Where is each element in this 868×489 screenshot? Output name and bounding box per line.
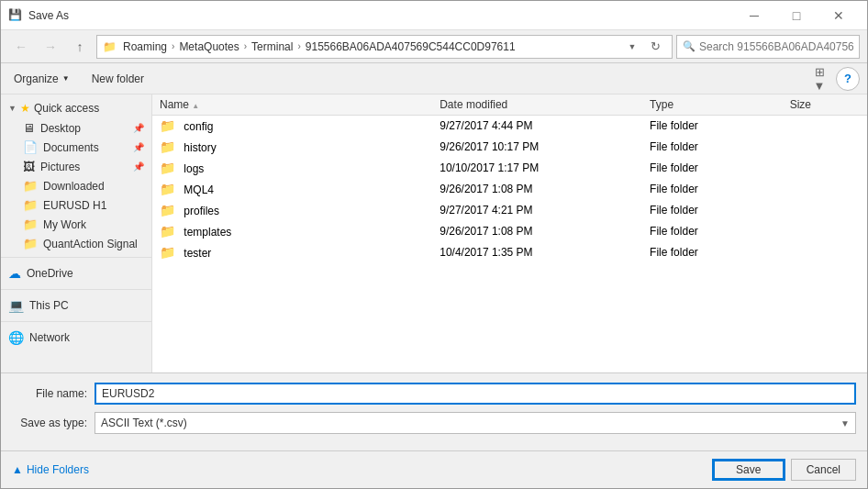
list-header[interactable]: Name ▲ Date modified Type Size	[152, 94, 867, 116]
cancel-button[interactable]: Cancel	[791, 459, 856, 481]
sidebar: ▼ ★ Quick access 🖥 Desktop 📌 📄 Documents…	[1, 94, 152, 372]
onedrive-label: OneDrive	[27, 267, 73, 280]
sidebar-item-network[interactable]: 🌐 Network	[1, 326, 151, 350]
sidebar-item-quantaction[interactable]: 📁 QuantAction Signal	[1, 234, 151, 253]
file-name-text: MQL4	[184, 183, 214, 196]
quick-access-header[interactable]: ▼ ★ Quick access	[1, 98, 151, 118]
table-row[interactable]: 📁 templates 9/26/2017 1:08 PM File folde…	[152, 221, 867, 242]
sidebar-item-documents[interactable]: 📄 Documents 📌	[1, 138, 151, 157]
sidebar-item-mywork[interactable]: 📁 My Work	[1, 215, 151, 234]
title-bar: 💾 Save As ─ □ ✕	[1, 1, 867, 30]
maximize-button[interactable]: □	[775, 1, 818, 30]
sidebar-item-pictures[interactable]: 🖼 Pictures 📌	[1, 157, 151, 176]
file-name-input[interactable]	[95, 383, 856, 405]
sidebar-item-desktop[interactable]: 🖥 Desktop 📌	[1, 118, 151, 138]
select-arrow-icon: ▼	[840, 418, 850, 428]
footer: ▲ Hide Folders Save Cancel	[1, 450, 867, 488]
breadcrumb-metaquotes[interactable]: MetaQuotes	[176, 39, 241, 54]
toolbar: ← → ↑ 📁 Roaming › MetaQuotes › Terminal …	[1, 30, 867, 63]
pin-icon: 📌	[133, 123, 144, 133]
address-folder-icon: 📁	[103, 40, 117, 53]
file-type-cell: File folder	[650, 225, 790, 238]
action-bar: Organize ▼ New folder ⊞ ▼ ?	[1, 63, 867, 94]
table-row[interactable]: 📁 history 9/26/2017 10:17 PM File folder	[152, 137, 867, 158]
sidebar-item-eurusd[interactable]: 📁 EURUSD H1	[1, 195, 151, 215]
file-name-cell: 📁 tester	[160, 245, 440, 260]
save-type-row: Save as type: ASCII Text (*.csv) ▼	[12, 412, 856, 434]
sidebar-item-thispc[interactable]: 💻 This PC	[1, 294, 151, 317]
save-type-select[interactable]: ASCII Text (*.csv) ▼	[95, 412, 856, 434]
new-folder-label: New folder	[92, 72, 144, 85]
bottom-section: File name: Save as type: ASCII Text (*.c…	[1, 372, 867, 450]
file-type-cell: File folder	[650, 183, 790, 195]
save-button[interactable]: Save	[712, 459, 785, 481]
view-mode-button[interactable]: ⊞ ▼	[807, 67, 832, 91]
address-dropdown-button[interactable]: ▼	[624, 39, 640, 55]
organize-button[interactable]: Organize ▼	[8, 69, 75, 89]
sort-icon: ▲	[192, 102, 199, 110]
sidebar-mywork-label: My Work	[43, 218, 86, 231]
column-name[interactable]: Name ▲	[160, 98, 440, 111]
view-toggle: ⊞ ▼ ?	[807, 67, 860, 91]
onedrive-icon: ☁	[8, 266, 21, 281]
table-row[interactable]: 📁 MQL4 9/26/2017 1:08 PM File folder	[152, 179, 867, 200]
window-title: Save As	[28, 9, 69, 22]
thispc-label: This PC	[29, 299, 69, 312]
file-date-cell: 9/27/2017 4:44 PM	[440, 119, 650, 132]
breadcrumb-roaming[interactable]: Roaming	[120, 39, 170, 54]
sidebar-pictures-label: Pictures	[40, 161, 80, 173]
file-date-cell: 9/26/2017 1:08 PM	[440, 225, 650, 238]
file-rows: 📁 config 9/27/2017 4:44 PM File folder 📁…	[152, 116, 867, 263]
new-folder-button[interactable]: New folder	[86, 69, 150, 89]
sidebar-divider-3	[1, 321, 151, 322]
sidebar-item-downloaded[interactable]: 📁 Downloaded	[1, 176, 151, 195]
file-date-cell: 9/27/2017 4:21 PM	[440, 204, 650, 217]
file-date-cell: 10/10/2017 1:17 PM	[440, 161, 650, 174]
file-type-cell: File folder	[650, 204, 790, 217]
breadcrumb-id[interactable]: 915566BA06ADA407569C544CC0D97611	[303, 39, 518, 54]
search-input[interactable]	[699, 40, 853, 53]
file-name-text: profiles	[184, 205, 219, 217]
file-name-row: File name:	[12, 383, 856, 405]
table-row[interactable]: 📁 config 9/27/2017 4:44 PM File folder	[152, 116, 867, 137]
quick-access-section: ▼ ★ Quick access 🖥 Desktop 📌 📄 Documents…	[1, 98, 151, 253]
network-label: Network	[29, 331, 70, 344]
desktop-icon: 🖥	[23, 121, 35, 135]
column-type[interactable]: Type	[650, 98, 790, 111]
save-type-value: ASCII Text (*.csv)	[101, 417, 187, 429]
sidebar-divider-1	[1, 257, 151, 258]
file-name-cell: 📁 history	[160, 139, 440, 154]
file-name-text: templates	[184, 226, 231, 239]
mywork-icon: 📁	[23, 217, 38, 231]
column-date[interactable]: Date modified	[440, 98, 650, 111]
help-button[interactable]: ?	[836, 67, 860, 91]
save-type-label: Save as type:	[12, 417, 95, 429]
back-button[interactable]: ←	[8, 34, 34, 60]
hide-folders-toggle[interactable]: ▲ Hide Folders	[12, 463, 89, 476]
folder-icon: 📁	[160, 118, 175, 133]
table-row[interactable]: 📁 profiles 9/27/2017 4:21 PM File folder	[152, 200, 867, 221]
footer-buttons: Save Cancel	[712, 459, 856, 481]
save-as-dialog: 💾 Save As ─ □ ✕ ← → ↑ 📁 Roaming › MetaQu…	[0, 0, 868, 489]
column-size[interactable]: Size	[790, 98, 860, 111]
file-name-cell: 📁 config	[160, 118, 440, 133]
sidebar-item-onedrive[interactable]: ☁ OneDrive	[1, 261, 151, 285]
sidebar-quantaction-label: QuantAction Signal	[43, 238, 138, 250]
close-button[interactable]: ✕	[818, 1, 860, 30]
address-bar[interactable]: 📁 Roaming › MetaQuotes › Terminal › 9155…	[96, 35, 673, 59]
downloaded-icon: 📁	[23, 179, 38, 193]
refresh-button[interactable]: ↻	[644, 36, 666, 58]
pin-icon: 📌	[133, 161, 144, 172]
folder-icon: 📁	[160, 161, 175, 175]
table-row[interactable]: 📁 tester 10/4/2017 1:35 PM File folder	[152, 242, 867, 263]
breadcrumb-path: Roaming › MetaQuotes › Terminal › 915566…	[120, 39, 620, 54]
breadcrumb-terminal[interactable]: Terminal	[249, 39, 295, 54]
up-button[interactable]: ↑	[67, 34, 93, 60]
quick-access-label: Quick access	[34, 102, 99, 115]
minimize-button[interactable]: ─	[733, 1, 775, 30]
forward-button[interactable]: →	[38, 34, 63, 60]
title-controls: ─ □ ✕	[733, 1, 860, 30]
file-date-cell: 9/26/2017 1:08 PM	[440, 183, 650, 195]
table-row[interactable]: 📁 logs 10/10/2017 1:17 PM File folder	[152, 158, 867, 179]
quick-access-star-icon: ★	[20, 102, 30, 115]
